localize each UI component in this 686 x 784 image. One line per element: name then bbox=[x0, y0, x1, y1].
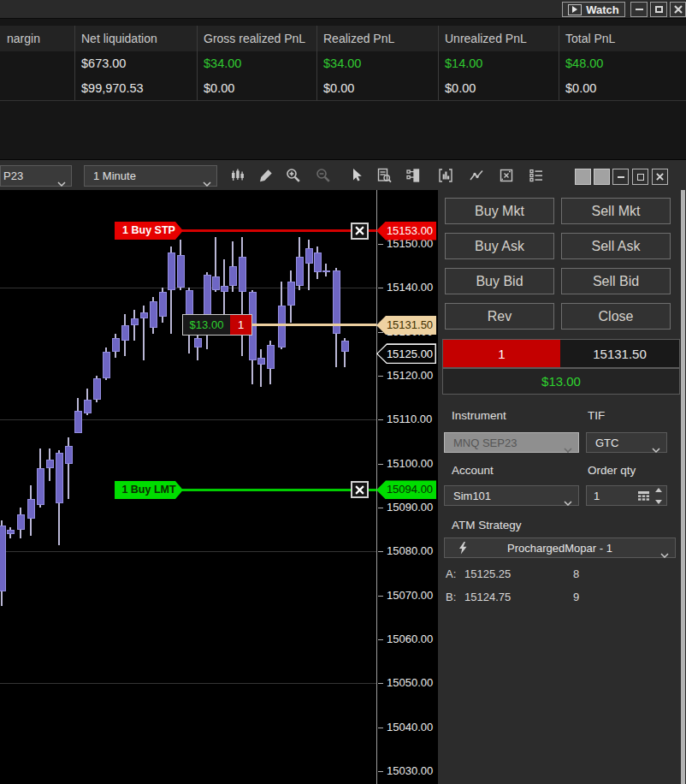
watch-button-label: Watch bbox=[586, 3, 619, 16]
table-cell: $0.00 bbox=[438, 76, 559, 101]
order-qty-input[interactable] bbox=[587, 486, 636, 505]
column-header: Gross realized PnL bbox=[197, 26, 316, 51]
cursor-icon[interactable] bbox=[346, 166, 366, 185]
watch-button[interactable]: Watch bbox=[562, 2, 625, 17]
candle bbox=[7, 530, 15, 534]
sell-ask-button[interactable]: Sell Ask bbox=[561, 233, 671, 259]
candle bbox=[341, 341, 349, 352]
axis-tick bbox=[378, 464, 383, 465]
maximize-icon bbox=[637, 174, 644, 181]
chart-close-button[interactable] bbox=[652, 169, 668, 185]
candle bbox=[56, 453, 63, 503]
close-position-button[interactable]: Close bbox=[561, 303, 671, 330]
buy-bid-button[interactable]: Buy Bid bbox=[445, 268, 554, 294]
calculator-icon[interactable] bbox=[638, 490, 649, 506]
buy-ask-button[interactable]: Buy Ask bbox=[445, 233, 554, 259]
column-header: Total PnL bbox=[559, 26, 686, 51]
spin-up-icon[interactable] bbox=[655, 488, 662, 492]
ask-price: 15125.25 bbox=[464, 567, 511, 580]
cancel-stop-order-button[interactable] bbox=[351, 223, 369, 240]
buy-limit-order-flag[interactable]: 1 Buy LMT bbox=[115, 481, 183, 499]
interval-dropdown-value: 1 Minute bbox=[85, 169, 136, 182]
position-marker[interactable]: $13.00 1 bbox=[182, 314, 252, 336]
window-minimize-button[interactable] bbox=[630, 2, 648, 17]
zoom-in-icon[interactable] bbox=[283, 166, 304, 185]
window-maximize-button[interactable] bbox=[650, 2, 667, 17]
tif-select[interactable]: GTC bbox=[586, 432, 667, 453]
pencil-draw-icon[interactable] bbox=[256, 166, 276, 185]
interval-dropdown[interactable]: 1 Minute bbox=[84, 165, 217, 187]
instrument-dropdown[interactable]: P23 bbox=[0, 165, 72, 187]
table-cell: $48.00 bbox=[559, 51, 686, 76]
axis-price-label: 15100.00 bbox=[387, 457, 433, 471]
table-cell: $34.00 bbox=[197, 51, 316, 76]
account-select[interactable]: Sim101 bbox=[444, 485, 579, 506]
atm-strategy-select[interactable]: ProchargedMopar - 1 bbox=[444, 538, 676, 558]
buy-stop-order-line[interactable] bbox=[180, 229, 376, 232]
column-separator bbox=[197, 26, 198, 100]
window-close-button[interactable] bbox=[670, 2, 686, 17]
order-qty-field bbox=[586, 485, 667, 506]
properties-list-icon[interactable] bbox=[526, 166, 547, 185]
axis-tick bbox=[378, 508, 383, 508]
axis-tick bbox=[378, 771, 383, 772]
buy-limit-order-line[interactable] bbox=[180, 489, 376, 491]
close-icon bbox=[674, 5, 683, 14]
axis-price-label: 15030.00 bbox=[387, 764, 433, 778]
panel-toggle-button-2[interactable] bbox=[594, 169, 610, 185]
chevron-down-icon bbox=[203, 175, 211, 190]
candle bbox=[194, 338, 202, 347]
order-qty-label: Order qty bbox=[588, 464, 636, 477]
data-box-icon[interactable] bbox=[374, 166, 394, 185]
axis-price-label: 15050.00 bbox=[387, 676, 433, 690]
bar-type-icon[interactable] bbox=[435, 166, 456, 185]
candle-wick bbox=[260, 349, 262, 387]
close-icon bbox=[355, 485, 364, 495]
chart-panel-icon[interactable] bbox=[403, 166, 423, 185]
panel-toggle-button-1[interactable] bbox=[575, 169, 591, 185]
candle-wick bbox=[308, 240, 310, 290]
candle bbox=[74, 411, 82, 433]
buy-stop-order-flag[interactable]: 1 Buy STP bbox=[115, 222, 183, 240]
chevron-down-icon bbox=[564, 494, 572, 509]
maximize-icon bbox=[655, 6, 663, 13]
buy-mkt-button[interactable]: Buy Mkt bbox=[445, 198, 554, 224]
sell-mkt-button[interactable]: Sell Mkt bbox=[561, 198, 671, 224]
table-cell: $99,970.53 bbox=[74, 76, 197, 101]
sell-bid-button[interactable]: Sell Bid bbox=[561, 268, 671, 294]
reverse-button[interactable]: Rev bbox=[445, 303, 554, 330]
axis-price-label: 15070.00 bbox=[387, 589, 433, 603]
column-header: Unrealized PnL bbox=[438, 26, 559, 51]
candle bbox=[305, 248, 313, 264]
chart-minimize-button[interactable] bbox=[612, 169, 629, 185]
candle bbox=[314, 252, 322, 272]
chart-maximize-button[interactable] bbox=[632, 169, 648, 185]
qty-spinner[interactable] bbox=[653, 488, 664, 504]
window-titlebar: Watch bbox=[0, 0, 686, 19]
candle bbox=[150, 301, 157, 328]
candle bbox=[17, 514, 25, 530]
axis-tick bbox=[378, 639, 383, 640]
minimize-icon bbox=[636, 9, 643, 10]
bid-price: 15124.75 bbox=[464, 591, 511, 603]
instrument-value: MNQ SEP23 bbox=[445, 437, 517, 449]
panel-scrollbar[interactable] bbox=[681, 190, 685, 784]
candle bbox=[168, 252, 175, 290]
indicator-icon[interactable] bbox=[466, 166, 487, 185]
spin-down-icon[interactable] bbox=[655, 500, 662, 504]
axis-price-label: 15080.00 bbox=[387, 544, 433, 558]
column-separator bbox=[74, 26, 75, 100]
axis-price-label: 15040.00 bbox=[387, 721, 433, 734]
gridline bbox=[0, 551, 376, 552]
chevron-down-icon bbox=[57, 175, 66, 190]
axis-tick bbox=[378, 596, 383, 597]
price-chart[interactable]: 15150.0015140.0015130.0015120.0015110.00… bbox=[0, 190, 438, 784]
tif-value: GTC bbox=[587, 437, 618, 449]
position-qty-label: 1 bbox=[230, 315, 251, 335]
zoom-out-icon[interactable] bbox=[313, 166, 334, 185]
strategy-icon[interactable] bbox=[496, 166, 517, 185]
cancel-limit-order-button[interactable] bbox=[351, 481, 369, 498]
position-quantity: 1 bbox=[443, 340, 560, 367]
candlestick-style-icon[interactable] bbox=[228, 166, 248, 185]
candle bbox=[257, 358, 265, 365]
